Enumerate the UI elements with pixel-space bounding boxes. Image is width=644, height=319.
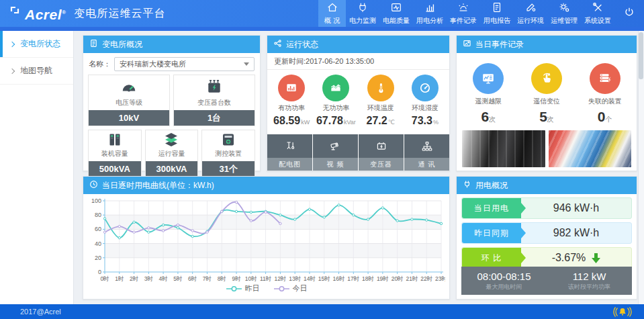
transformer-count-value: 1台 <box>174 110 255 126</box>
svg-text:8时: 8时 <box>218 275 226 282</box>
svg-text:14时: 14时 <box>304 275 316 282</box>
today-usage-label: 当日用电 <box>462 198 521 218</box>
max-usage-bar: 08:00-08:15 最大用电时间 112 kW 该时段平均功率 <box>461 267 632 295</box>
today-usage-row: 当日用电 946 kW·h <box>461 197 632 219</box>
nav-item-environment[interactable]: 运行环境 <box>514 0 547 27</box>
nav-item-event-record[interactable]: 事件记录 <box>447 0 480 27</box>
svg-text:60: 60 <box>95 226 101 232</box>
svg-text:19时: 19时 <box>377 275 389 282</box>
svg-text:2时: 2时 <box>130 275 138 282</box>
chevron-right-icon <box>9 41 15 46</box>
alarm-bell-icon[interactable] <box>613 306 632 318</box>
panel-title: 用电概况 <box>475 180 508 191</box>
env-humidity-value: 73.3 <box>412 115 432 126</box>
sidebar-item-substation-status[interactable]: 变电所状态 <box>0 31 73 58</box>
svg-text:0: 0 <box>98 269 101 275</box>
transformer-button[interactable]: 变压器 <box>359 134 404 171</box>
max-usage-time-caption: 最大用电时间 <box>486 283 522 291</box>
nav-label: 系统设置 <box>584 16 611 26</box>
network-icon <box>404 134 449 158</box>
offline-device-stat: 失联的装置 0个 <box>576 63 634 125</box>
active-power-stat: 有功功率 68.59kW <box>269 75 314 133</box>
device-icon <box>202 130 255 149</box>
svg-text:23时: 23时 <box>435 275 445 282</box>
sidebar: 变电所状态 地图导航 <box>0 31 74 304</box>
voltage-level-card: 电压等级 10kV <box>88 75 170 126</box>
measure-device-card: 测控装置 31个 <box>201 130 255 177</box>
chart-legend-item[interactable]: 昨日 <box>226 283 260 293</box>
panel-header: 变电所概况 <box>83 36 260 53</box>
yesterday-usage-label: 昨日同期 <box>462 223 521 243</box>
nav-label: 用电分析 <box>416 16 443 26</box>
alarm-icon <box>457 1 469 15</box>
panel-header: 运行状态 <box>267 36 449 53</box>
substation-select[interactable]: 安科瑞新大楼变电所 <box>114 57 255 71</box>
vertical-scrollbar[interactable] <box>638 31 644 304</box>
nav-label: 用电报告 <box>484 16 510 26</box>
avg-power-caption: 该时段平均功率 <box>568 283 610 291</box>
app-header: Acrel® 变电所运维云平台 概 况 电力监测 电能质量 用电分析 事件 <box>0 0 644 27</box>
logout-power-button[interactable] <box>614 0 644 27</box>
nav-item-usage-report[interactable]: 用电报告 <box>480 0 514 27</box>
today-usage-value: 946 kW·h <box>553 202 599 214</box>
clock-icon <box>89 180 98 191</box>
histogram-icon <box>278 75 305 101</box>
legend-label: 昨日 <box>245 283 260 293</box>
top-nav: 概 况 电力监测 电能质量 用电分析 事件记录 用电报告 <box>318 0 644 27</box>
panel-header: 当日事件记录 <box>457 36 637 53</box>
svg-text:80: 80 <box>95 212 101 218</box>
plug-icon <box>357 1 369 15</box>
substation-select-value: 安科瑞新大楼变电所 <box>120 59 186 69</box>
nodes-icon <box>273 39 282 50</box>
nav-label: 运行环境 <box>517 16 544 26</box>
name-label: 名称： <box>89 59 111 69</box>
nav-item-power-monitor[interactable]: 电力监测 <box>346 0 379 27</box>
nav-label: 运维管理 <box>551 16 578 26</box>
brand-logo: Acrel® <box>0 4 66 24</box>
usage-overview-panel: 用电概况 当日用电 946 kW·h 昨日同期 982 kW·h 环 比 -3.… <box>456 176 637 300</box>
svg-text:5时: 5时 <box>173 275 182 282</box>
acrel-logo-icon <box>9 4 21 19</box>
svg-text:7时: 7时 <box>203 275 212 282</box>
hand-click-icon <box>531 63 562 94</box>
circuit-icon <box>267 134 312 158</box>
svg-text:20: 20 <box>95 255 101 261</box>
svg-text:11时: 11时 <box>260 275 271 282</box>
ratio-value: -3.67% <box>552 252 586 264</box>
svg-text:13时: 13时 <box>289 275 301 282</box>
svg-text:4时: 4时 <box>159 275 168 282</box>
svg-text:3时: 3时 <box>144 275 153 282</box>
main-content: 变电所概况 名称： 安科瑞新大楼变电所 电压等级 10kV <box>74 31 644 304</box>
active-power-value: 68.59 <box>273 115 300 126</box>
chart-legend-item[interactable]: 今日 <box>273 283 308 293</box>
nav-item-maintenance[interactable]: 运维管理 <box>547 0 581 27</box>
nav-item-overview[interactable]: 概 况 <box>318 0 346 27</box>
scrollbar-thumb[interactable] <box>639 32 643 79</box>
nav-item-usage-analysis[interactable]: 用电分析 <box>413 0 447 27</box>
sidebar-item-label: 变电所状态 <box>20 38 60 50</box>
svg-text:17时: 17时 <box>347 275 359 282</box>
sidebar-item-map-nav[interactable]: 地图导航 <box>0 58 73 85</box>
panel-title: 变电所概况 <box>102 39 142 50</box>
humidity-icon <box>412 75 439 101</box>
video-button[interactable]: 视 频 <box>313 134 359 171</box>
ratio-row: 环 比 -3.67% <box>461 247 632 269</box>
svg-text:6时: 6时 <box>188 275 197 282</box>
copyright-text: 2017@Acrel <box>20 308 61 316</box>
nav-item-settings[interactable]: 系统设置 <box>581 0 614 27</box>
transformer-count-card: 变压器台数 1台 <box>173 75 255 126</box>
brand-name: Acrel® <box>25 4 66 24</box>
max-usage-time-range: 08:00-08:15 <box>477 271 531 282</box>
distribution-diagram-button[interactable]: 配电图 <box>267 134 313 171</box>
offline-device-count: 0 <box>598 109 606 124</box>
installed-capacity-card: 装机容量 500kVA <box>88 130 142 177</box>
telemetry-overlimit-stat: 遥测越限 6次 <box>459 63 518 125</box>
nav-item-power-quality[interactable]: 电能质量 <box>379 0 413 27</box>
communication-button[interactable]: 通 讯 <box>404 134 449 171</box>
env-temperature-value: 27.2 <box>367 115 387 126</box>
svg-text:15时: 15时 <box>318 275 330 282</box>
monitor-icon <box>473 63 504 94</box>
nav-label: 事件记录 <box>450 16 477 26</box>
svg-text:40: 40 <box>95 240 101 247</box>
panel-header: 用电概况 <box>457 177 637 194</box>
